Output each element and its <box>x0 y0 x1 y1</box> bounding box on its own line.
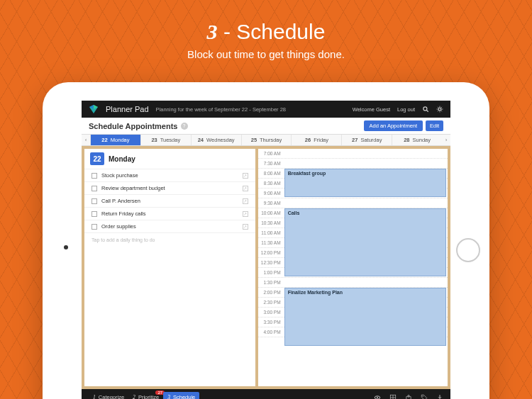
time-label: 7:00 AM <box>258 149 284 158</box>
todo-item[interactable]: Order supplies↗ <box>84 220 255 233</box>
todo-text: Return Friday calls <box>101 210 243 217</box>
brand-name: Planner Pad <box>106 105 149 113</box>
day-tab-monday[interactable]: 22 Monday <box>90 135 140 145</box>
time-label: 2:30 PM <box>258 298 284 307</box>
time-label: 10:00 AM <box>258 208 284 218</box>
hero-title: 3 - Schedule <box>0 20 532 44</box>
time-label: 1:30 PM <box>258 278 284 287</box>
todo-text: Stock purchase <box>101 172 243 179</box>
day-name: Monday <box>109 155 135 163</box>
checkbox-icon[interactable] <box>92 173 97 179</box>
day-header: 22 Monday <box>84 149 255 169</box>
hero: 3 - Schedule Block out time to get thing… <box>0 0 532 60</box>
day-tab-tuesday[interactable]: 23 Tuesday <box>140 135 191 145</box>
day-tab-wednesday[interactable]: 24 Wednesday <box>191 135 241 145</box>
time-label: 8:00 AM <box>258 169 284 178</box>
todo-item[interactable]: Stock purchase↗ <box>84 169 255 182</box>
todo-item[interactable]: Call P. Andersen↗ <box>84 195 255 208</box>
checkbox-icon[interactable] <box>92 198 97 204</box>
camera-dot <box>64 245 68 249</box>
time-slot[interactable] <box>284 198 448 208</box>
time-label: 9:30 AM <box>258 198 284 208</box>
section-title: Schedule Appointments <box>89 122 178 130</box>
svg-point-12 <box>423 395 423 396</box>
help-icon[interactable]: ? <box>181 123 188 130</box>
prev-week-button[interactable]: ‹ <box>82 135 90 145</box>
appointment-block[interactable]: Breakfast group <box>284 169 446 197</box>
tag-icon[interactable] <box>421 394 428 400</box>
time-label: 4:00 PM <box>258 327 284 337</box>
hero-subtitle: Block out time to get things done. <box>0 48 532 60</box>
svg-line-4 <box>426 110 428 112</box>
top-bar: Planner Pad Planning for the week of Sep… <box>82 101 450 118</box>
step-categorize[interactable]: 1 Categorize <box>89 392 128 399</box>
expand-icon[interactable]: ↗ <box>243 211 248 217</box>
eye-icon[interactable] <box>374 394 381 400</box>
day-tabs: ‹ 22 Monday23 Tuesday24 Wednesday25 Thur… <box>82 135 450 146</box>
day-tab-friday[interactable]: 26 Friday <box>291 135 341 145</box>
day-tab-saturday[interactable]: 27 Saturday <box>341 135 392 145</box>
logout-link[interactable]: Log out <box>397 106 415 113</box>
expand-icon[interactable]: ↗ <box>243 186 248 191</box>
share-icon[interactable] <box>405 394 412 400</box>
time-slot[interactable] <box>284 278 448 287</box>
checkbox-icon[interactable] <box>92 211 97 217</box>
time-label: 8:30 AM <box>258 179 284 188</box>
todo-text: Order supplies <box>101 223 243 230</box>
time-slot[interactable] <box>284 149 448 158</box>
todo-pane: 22 Monday Stock purchase↗Review departme… <box>84 149 255 386</box>
edit-button[interactable]: Edit <box>426 120 443 131</box>
time-label: 11:00 AM <box>258 228 284 237</box>
todo-text: Call P. Andersen <box>101 198 243 204</box>
checkbox-icon[interactable] <box>92 224 97 230</box>
svg-point-7 <box>377 397 378 398</box>
time-label: 3:00 PM <box>258 308 284 317</box>
search-icon[interactable] <box>422 106 429 113</box>
home-button[interactable] <box>456 238 480 262</box>
schedule-pane: 7:00 AM7:30 AM8:00 AM8:30 AM9:00 AM9:30 … <box>258 149 448 386</box>
todo-text: Review department budget <box>101 185 243 191</box>
svg-point-3 <box>423 107 427 111</box>
time-label: 3:30 PM <box>258 317 284 327</box>
appointment-block[interactable]: Finalize Marketing Plan <box>284 288 446 346</box>
time-label: 12:30 PM <box>258 258 284 267</box>
expand-icon[interactable]: ↗ <box>243 173 248 179</box>
day-number: 22 <box>90 152 104 165</box>
appointment-block[interactable]: Calls <box>284 208 446 276</box>
add-appointment-button[interactable]: Add an Appointment <box>364 120 423 131</box>
step-schedule[interactable]: 3 Schedule <box>163 392 199 399</box>
welcome-text: Welcome Guest <box>353 106 390 113</box>
app-screen: Planner Pad Planning for the week of Sep… <box>82 101 450 399</box>
expand-icon[interactable]: ↗ <box>243 224 248 230</box>
time-label: 12:00 PM <box>258 248 284 257</box>
day-tab-thursday[interactable]: 25 Thursday <box>241 135 292 145</box>
logo-icon <box>89 104 99 114</box>
gear-icon[interactable] <box>436 106 443 113</box>
time-grid[interactable]: 7:00 AM7:30 AM8:00 AM8:30 AM9:00 AM9:30 … <box>258 149 448 386</box>
time-label: 11:30 AM <box>258 238 284 247</box>
todo-item[interactable]: Review department budget↗ <box>84 182 255 195</box>
time-label: 9:00 AM <box>258 189 284 198</box>
time-slot[interactable] <box>284 159 448 168</box>
checkbox-icon[interactable] <box>92 186 97 191</box>
content-area: 22 Monday Stock purchase↗Review departme… <box>82 146 450 389</box>
step-prioritize[interactable]: 2 Prioritize27 <box>128 392 163 399</box>
section-header: Schedule Appointments ? Add an Appointme… <box>82 118 450 135</box>
next-week-button[interactable]: › <box>442 135 450 145</box>
time-label: 1:00 PM <box>258 268 284 277</box>
download-icon[interactable] <box>436 394 443 400</box>
expand-icon[interactable]: ↗ <box>243 198 248 204</box>
todo-item[interactable]: Return Friday calls↗ <box>84 208 255 220</box>
ipad-frame: Planner Pad Planning for the week of Sep… <box>43 82 489 399</box>
time-label: 10:30 AM <box>258 218 284 227</box>
time-label: 7:30 AM <box>258 159 284 168</box>
week-label: Planning for the week of September 22 - … <box>156 106 286 113</box>
add-todo-hint[interactable]: Tap to add a daily thing to do <box>84 233 255 247</box>
grid-icon[interactable] <box>389 394 397 400</box>
bottom-bar: 1 Categorize2 Prioritize273 Schedule <box>82 389 450 399</box>
svg-point-5 <box>438 108 441 111</box>
time-label: 2:00 PM <box>258 288 284 297</box>
day-tab-sunday[interactable]: 28 Sunday <box>392 135 442 145</box>
